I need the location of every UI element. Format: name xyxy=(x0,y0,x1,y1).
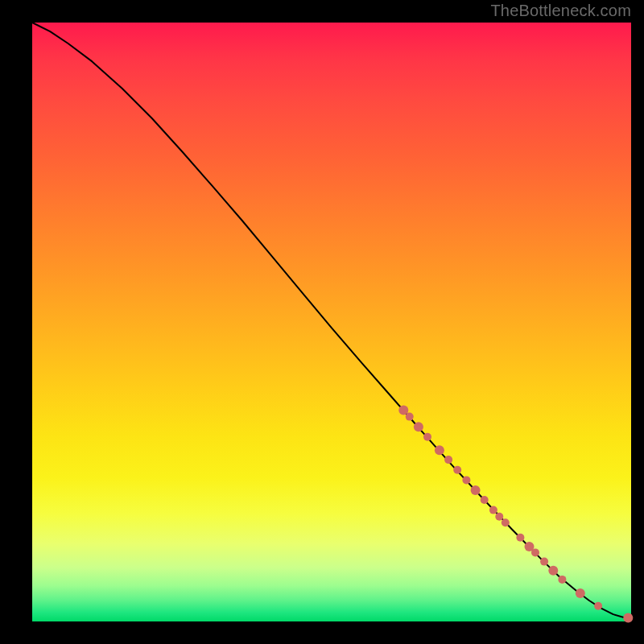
marker-dot xyxy=(444,456,452,464)
marker-dot xyxy=(462,476,470,484)
marker-dot xyxy=(489,506,497,514)
marker-group xyxy=(398,405,633,622)
marker-dot xyxy=(453,466,461,474)
attribution-text: TheBottleneck.com xyxy=(490,2,631,20)
chart-frame: TheBottleneck.com xyxy=(0,0,644,644)
bottleneck-curve xyxy=(32,23,631,618)
marker-dot xyxy=(435,445,444,455)
marker-dot xyxy=(481,496,489,504)
marker-dot xyxy=(423,433,431,441)
marker-dot xyxy=(471,485,481,495)
marker-dot xyxy=(502,518,510,526)
marker-dot xyxy=(548,566,558,576)
marker-dot xyxy=(495,513,503,521)
marker-dot xyxy=(558,576,566,584)
marker-dot xyxy=(540,558,548,566)
plot-area xyxy=(32,23,631,621)
marker-dot xyxy=(406,413,414,421)
chart-svg xyxy=(32,23,631,621)
marker-dot xyxy=(414,422,423,431)
marker-dot xyxy=(576,588,585,598)
marker-dot xyxy=(398,405,408,415)
marker-dot xyxy=(531,548,539,556)
marker-dot xyxy=(594,602,602,610)
marker-dot xyxy=(516,534,524,542)
marker-dot xyxy=(623,613,633,623)
